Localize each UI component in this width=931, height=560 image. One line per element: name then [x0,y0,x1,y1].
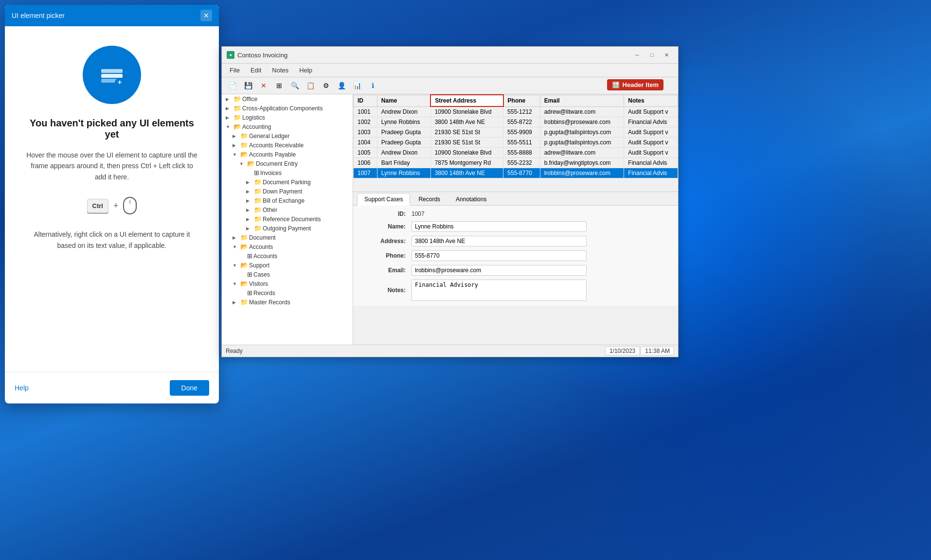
ctrl-key-badge: Ctrl [87,199,108,213]
tree-item-accounts-receivable[interactable]: ▶ 📁 Accounts Receivable [222,140,353,150]
table-row[interactable]: 1005Andrew Dixon10900 Stonelake Blvd555-… [354,148,678,158]
detail-tabs: Support Cases Records Annotations [353,192,678,206]
tree-item-bill-of-exchange[interactable]: ▶ 📁 Bill of Exchange [222,196,353,205]
tree-item-other[interactable]: ▶ 📁 Other [222,205,353,214]
toolbar-search-button[interactable]: 🔍 [288,79,302,92]
app-title: Contoso Invoicing [237,52,287,59]
tree-label: Reference Documents [263,216,321,223]
menu-edit[interactable]: Edit [246,65,266,76]
col-header-phone[interactable]: Phone [503,95,540,106]
tree-item-accounts-table[interactable]: ⊞ Accounts [222,251,353,261]
toolbar-user-button[interactable]: 👤 [335,79,348,92]
close-button[interactable]: ✕ [660,50,673,60]
tree-label: Accounts [249,244,273,250]
phone-input[interactable] [412,250,587,261]
toolbar-note-button[interactable]: 📋 [304,79,317,92]
email-input[interactable] [412,265,587,276]
tree-item-invoices[interactable]: ⊞ Invoices [222,168,353,177]
menu-file[interactable]: File [225,65,245,76]
tree-item-cases[interactable]: ⊞ Cases [222,270,353,279]
tree-item-accounts[interactable]: ▼ 📂 Accounts [222,242,353,251]
picker-close-button[interactable]: ✕ [200,10,212,21]
app-toolbar: 📄 💾 ✕ ⊞ 🔍 📋 ⚙ 👤 📊 ℹ 🪟 Header Item [222,77,678,94]
table-row[interactable]: 1003Pradeep Gupta21930 SE 51st St555-990… [354,127,678,138]
table-cell-col1: Pradeep Gupta [377,127,430,138]
tree-item-document[interactable]: ▶ 📁 Document [222,233,353,242]
tree-item-reference-documents[interactable]: ▶ 📁 Reference Documents [222,214,353,224]
maximize-button[interactable]: □ [645,50,659,60]
notes-label: Notes: [361,287,410,294]
help-link[interactable]: Help [15,384,29,392]
header-item-icon: 🪟 [612,81,620,88]
tab-support-cases[interactable]: Support Cases [357,193,410,206]
menu-help[interactable]: Help [294,65,317,76]
tab-records[interactable]: Records [411,193,448,205]
minimize-button[interactable]: ─ [630,50,644,60]
tree-arrow: ▶ [246,198,253,203]
tree-panel[interactable]: ▶ 📁 Office ▶ 📁 Cross-Application Compone… [222,94,353,345]
table-cell-col5: Financial Advis [624,168,678,178]
address-input[interactable] [412,236,587,246]
app-title-area: ✦ Contoso Invoicing [227,51,287,59]
table-row[interactable]: 1002Lynne Robbins3800 148th Ave NE555-87… [354,117,678,127]
tree-item-down-payment[interactable]: ▶ 📁 Down Payment [222,187,353,196]
table-cell-col1: Lynne Robbins [377,117,430,127]
table-row[interactable]: 1007Lynne Robbins3800 148th Ave NE555-87… [354,168,678,178]
tree-item-document-parking[interactable]: ▶ 📁 Document Parking [222,177,353,187]
table-row[interactable]: 1006Bart Friday7875 Montgomery Rd555-223… [354,158,678,168]
table-cell-col0: 1006 [354,158,377,168]
notes-textarea[interactable] [412,280,587,301]
table-cell-col2: 7875 Montgomery Rd [430,158,503,168]
tree-item-master-records[interactable]: ▶ 📁 Master Records [222,298,353,307]
table-row[interactable]: 1004Pradeep Gupta21930 SE 51st St555-551… [354,138,678,148]
toolbar-new-button[interactable]: 📄 [226,79,239,92]
tree-item-accounting[interactable]: ▼ 📂 Accounting [222,122,353,131]
tree-item-logistics[interactable]: ▶ 📁 Logistics [222,113,353,122]
menu-notes[interactable]: Notes [267,65,293,76]
svg-rect-0 [101,74,123,78]
toolbar-export-button[interactable]: 📊 [350,79,364,92]
tree-item-outgoing-payment[interactable]: ▶ 📁 Outgoing Payment [222,224,353,233]
tree-item-support[interactable]: ▼ 📂 Support [222,261,353,270]
toolbar-save-button[interactable]: 💾 [241,79,255,92]
table-cell-col1: Andrew Dixon [377,148,430,158]
col-header-notes[interactable]: Notes [624,95,678,106]
table-cell-col4: p.gupta@tailspintoys.com [540,127,624,138]
tree-item-accounts-payable[interactable]: ▼ 📂 Accounts Payable [222,150,353,159]
main-content: ID Name Street Address Phone Email Notes… [353,94,678,345]
table-cell-col4: adrew@litware.com [540,106,624,117]
picker-shortcut: Ctrl + [87,197,137,214]
col-header-name[interactable]: Name [377,95,430,106]
tree-item-records[interactable]: ⊞ Records [222,288,353,298]
table-cell-col3: 555-2232 [503,158,540,168]
tree-arrow: ▼ [233,245,239,249]
tree-item-office[interactable]: ▶ 📁 Office [222,94,353,104]
name-input[interactable] [412,221,587,232]
data-table-wrapper[interactable]: ID Name Street Address Phone Email Notes… [353,94,678,192]
col-header-street-address[interactable]: Street Address [430,95,503,106]
table-cell-col5: Financial Advis [624,158,678,168]
tab-annotations[interactable]: Annotations [448,193,494,205]
done-button[interactable]: Done [170,380,209,396]
tree-label: Accounting [242,123,271,130]
mouse-icon [123,197,137,214]
table-cell-col1: Pradeep Gupta [377,138,430,148]
col-header-email[interactable]: Email [540,95,624,106]
table-cell-col4: adrew@litware.com [540,148,624,158]
tree-item-cross-application[interactable]: ▶ 📁 Cross-Application Components [222,104,353,113]
toolbar-delete-button[interactable]: ✕ [257,79,270,92]
toolbar-grid-button[interactable]: ⊞ [272,79,286,92]
table-row[interactable]: 1001Andrew Dixon10900 Stonelake Blvd555-… [354,106,678,117]
tree-label: Records [253,290,275,297]
tree-item-visitors[interactable]: ▼ 📂 Visitors [222,279,353,288]
table-cell-col0: 1003 [354,127,377,138]
toolbar-settings-button[interactable]: ⚙ [319,79,333,92]
tree-label: Cross-Application Components [242,105,322,112]
table-cell-col2: 21930 SE 51st St [430,127,503,138]
col-header-id[interactable]: ID [354,95,377,106]
tree-item-document-entry[interactable]: ▼ 📂 Document Entry [222,159,353,168]
header-item-badge: 🪟 Header Item [607,79,663,90]
tree-item-general-ledger[interactable]: ▶ 📁 General Ledger [222,131,353,140]
toolbar-info-button[interactable]: ℹ [366,79,379,92]
tree-label: Logistics [242,114,265,121]
